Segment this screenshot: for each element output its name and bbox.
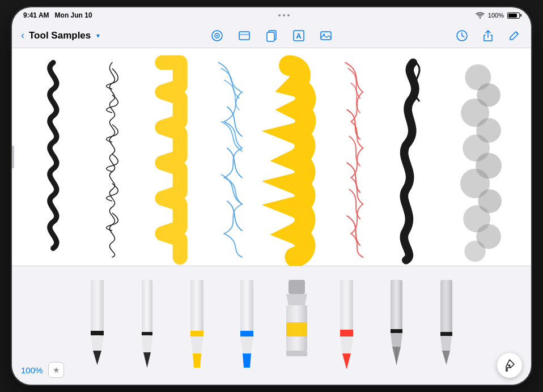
stroke-scribble-blue (218, 62, 242, 257)
pen-nib-fab[interactable] (497, 353, 522, 378)
svg-rect-30 (240, 331, 253, 336)
svg-rect-39 (440, 280, 452, 336)
svg-rect-34 (286, 351, 307, 356)
svg-rect-24 (91, 331, 104, 335)
tool-pencil[interactable] (74, 280, 120, 373)
dot1 (278, 14, 281, 16)
tool-panel-inner (12, 266, 531, 385)
zoom-level[interactable]: 100% (21, 365, 43, 375)
share-icon[interactable] (480, 28, 496, 44)
status-time: 9:41 AM Mon Jun 10 (23, 11, 92, 19)
svg-rect-36 (340, 330, 353, 336)
tool-marker-blue[interactable] (224, 280, 269, 373)
date-display: Mon Jun 10 (55, 11, 92, 19)
svg-rect-35 (340, 280, 353, 336)
stroke-loops-black (107, 62, 118, 257)
dot3 (287, 14, 290, 16)
svg-rect-25 (142, 280, 152, 336)
svg-rect-33 (286, 322, 307, 336)
title-chevron-icon[interactable]: ▾ (96, 32, 100, 40)
ipad-screen: 9:41 AM Mon Jun 10 100% (12, 7, 531, 385)
text-icon[interactable]: A (291, 28, 307, 44)
status-bar: 9:41 AM Mon Jun 10 100% (12, 7, 531, 23)
svg-rect-9 (321, 32, 331, 40)
wifi-icon (476, 12, 485, 19)
favorite-button[interactable]: ★ (48, 362, 64, 378)
svg-rect-26 (142, 332, 152, 335)
svg-rect-31 (289, 280, 305, 294)
svg-rect-40 (440, 332, 452, 336)
svg-point-22 (464, 241, 485, 262)
tool-paint[interactable] (274, 280, 319, 373)
toolbar: ‹ Tool Samples ▾ (12, 23, 531, 48)
fountain-pen-icon[interactable] (209, 28, 225, 44)
tool-panel: 100% ★ (12, 266, 531, 385)
document-title: Tool Samples (29, 30, 91, 41)
toolbar-center: A (209, 28, 334, 44)
stroke-scribble-red (345, 62, 363, 257)
stroke-spray-gray (460, 65, 502, 262)
canvas-area[interactable] (12, 48, 531, 266)
svg-rect-29 (240, 280, 253, 336)
panel-bottom: 100% ★ (21, 362, 64, 378)
toolbar-right (334, 28, 522, 44)
svg-rect-6 (267, 32, 274, 41)
tool-finepen[interactable] (124, 280, 169, 373)
tool-pencil-gray[interactable] (423, 280, 469, 373)
svg-point-41 (509, 365, 511, 367)
edit-icon[interactable] (506, 28, 522, 44)
tool-fountain[interactable] (374, 280, 419, 373)
battery-icon (507, 12, 520, 19)
battery-fill (508, 14, 517, 18)
status-dots (278, 14, 290, 16)
layers-icon[interactable] (236, 28, 252, 44)
stroke-blob-yellow (289, 66, 306, 257)
stroke-ribbon-yellow (162, 62, 180, 257)
dot2 (283, 14, 285, 16)
history-icon[interactable] (454, 28, 470, 44)
star-icon: ★ (53, 365, 60, 374)
svg-rect-37 (391, 280, 402, 334)
sidebar-tab (12, 146, 14, 168)
time-display: 9:41 AM (23, 11, 49, 19)
svg-rect-3 (239, 32, 249, 40)
copy-icon[interactable] (264, 28, 279, 44)
ipad-frame: 9:41 AM Mon Jun 10 100% (11, 6, 532, 386)
back-button[interactable]: ‹ (21, 29, 24, 41)
svg-rect-38 (391, 329, 402, 333)
stroke-wavy-black (50, 62, 57, 248)
status-right: 100% (476, 12, 520, 19)
pen-nib-icon (503, 359, 516, 372)
tool-marker-yellow[interactable] (174, 280, 219, 373)
svg-rect-28 (190, 331, 203, 336)
back-chevron-icon: ‹ (21, 29, 24, 41)
svg-rect-27 (190, 280, 203, 336)
svg-rect-23 (91, 280, 104, 336)
battery-percent: 100% (488, 12, 504, 19)
canvas-drawing (12, 48, 531, 266)
stroke-calligraphy-black (404, 62, 419, 260)
image-icon[interactable] (318, 28, 334, 44)
svg-point-2 (217, 35, 218, 36)
toolbar-left: ‹ Tool Samples ▾ (21, 29, 209, 41)
svg-text:A: A (296, 32, 302, 40)
tool-crayon-red[interactable] (324, 280, 369, 373)
